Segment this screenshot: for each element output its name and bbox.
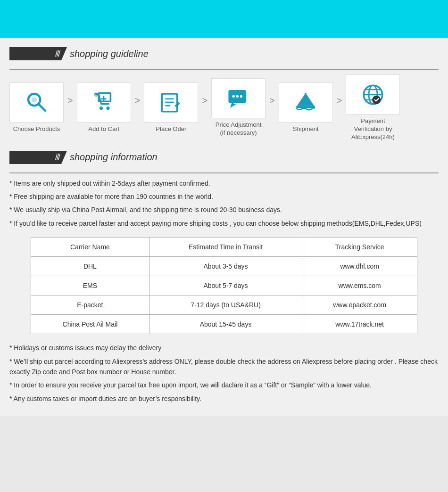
cell-tracking-3: www.17track.net xyxy=(302,315,417,334)
info-bullet-1: * Items are only shipped out within 2-5d… xyxy=(9,178,439,189)
arrow-4: > xyxy=(269,95,275,120)
cell-carrier-1: EMS xyxy=(31,276,149,295)
table-row: E-packet7-12 days (to USA&RU)www.epacket… xyxy=(31,295,417,315)
step-add-to-cart-box xyxy=(77,82,131,123)
arrow-1: > xyxy=(67,95,73,120)
chat-icon xyxy=(226,86,251,111)
svg-point-16 xyxy=(236,95,238,98)
step-price-adjustment-box xyxy=(211,78,265,118)
cell-time-3: About 15-45 days xyxy=(149,315,302,334)
guideline-title: shopping guideline xyxy=(70,49,149,59)
step-choose-products: Choose Products xyxy=(9,82,64,133)
svg-point-7 xyxy=(107,107,110,110)
footer-bullet-3: * In order to ensure you receive your pa… xyxy=(9,380,439,390)
globe-icon xyxy=(360,82,386,107)
guideline-section-header: /// shopping guideline xyxy=(9,47,439,60)
svg-point-2 xyxy=(32,98,37,103)
step-price-adjustment: Price Adjustment(if necessary) xyxy=(211,78,265,137)
svg-point-15 xyxy=(232,95,234,98)
step-choose-products-box xyxy=(9,82,64,123)
info-bullet-2: * Free shipping are available for more t… xyxy=(9,191,439,202)
cell-time-0: About 3-5 days xyxy=(149,257,302,276)
top-banner xyxy=(0,0,448,38)
steps-container: Choose Products > Add to Cart > xyxy=(9,74,439,141)
header-zigzag: /// xyxy=(55,49,59,59)
svg-line-1 xyxy=(38,104,45,111)
cell-tracking-2: www.epacket.com xyxy=(302,295,417,315)
table-row: China Post Ail MailAbout 15-45 dayswww.1… xyxy=(31,315,417,334)
search-icon xyxy=(24,90,50,115)
footer-info-section: * Holidays or customs issues may delay t… xyxy=(9,343,439,404)
info-header-zigzag: /// xyxy=(55,152,59,162)
svg-rect-20 xyxy=(296,106,315,108)
info-section: * Items are only shipped out within 2-5d… xyxy=(9,178,439,229)
svg-point-17 xyxy=(240,95,242,98)
cell-tracking-0: www.dhl.com xyxy=(302,257,417,276)
step-shipment-box xyxy=(279,82,333,123)
header-carrier: Carrier Name xyxy=(31,238,149,257)
step-payment-verification-label: Payment Verification by AliExpress(24h) xyxy=(346,117,400,141)
step-add-to-cart-label: Add to Cart xyxy=(88,125,119,133)
step-payment-verification: Payment Verification by AliExpress(24h) xyxy=(346,74,400,141)
cell-carrier-0: DHL xyxy=(31,257,149,276)
header-tracking: Tracking Service xyxy=(302,238,417,257)
information-section-header: /// shopping information xyxy=(9,151,439,164)
footer-bullet-1: * Holidays or customs issues may delay t… xyxy=(9,343,439,353)
arrow-3: > xyxy=(202,95,207,120)
step-payment-verification-box xyxy=(346,74,400,115)
footer-bullet-4: * Any customs taxes or import duties are… xyxy=(9,394,439,404)
information-divider xyxy=(9,172,439,173)
edit-icon xyxy=(158,90,184,115)
svg-point-26 xyxy=(372,95,381,104)
table-row: DHLAbout 3-5 dayswww.dhl.com xyxy=(31,257,417,276)
table-body: DHLAbout 3-5 dayswww.dhl.comEMSAbout 5-7… xyxy=(31,257,417,334)
cell-carrier-2: E-packet xyxy=(31,295,149,315)
step-shipment: Shipment xyxy=(279,82,333,133)
step-choose-products-label: Choose Products xyxy=(13,125,60,133)
cell-time-2: 7-12 days (to USA&RU) xyxy=(149,295,302,315)
arrow-2: > xyxy=(135,95,141,120)
step-place-order-label: Place Oder xyxy=(156,125,186,133)
info-bullet-3: * We usually ship via China Post Airmail… xyxy=(9,205,439,215)
step-shipment-label: Shipment xyxy=(293,125,319,133)
cell-tracking-1: www.ems.com xyxy=(302,276,417,295)
cart-icon xyxy=(91,90,116,115)
footer-bullet-2: * We’ll ship out parcel according to Ali… xyxy=(9,356,439,377)
info-bullet-4: * If you’d like to receive parcel faster… xyxy=(9,218,439,229)
ship-icon xyxy=(293,90,318,115)
info-header-bar: /// xyxy=(9,151,61,164)
table-header-row: Carrier Name Estimated Time in Transit T… xyxy=(31,238,417,257)
cell-time-1: About 5-7 days xyxy=(149,276,302,295)
header-bar: /// xyxy=(9,47,61,60)
information-title: shopping information xyxy=(70,152,158,163)
guideline-divider xyxy=(9,69,439,70)
header-time: Estimated Time in Transit xyxy=(149,238,302,257)
table-row: EMSAbout 5-7 dayswww.ems.com xyxy=(31,276,417,295)
step-place-order: Place Oder xyxy=(144,82,198,133)
svg-point-6 xyxy=(100,107,103,110)
arrow-5: > xyxy=(337,95,342,120)
cell-carrier-3: China Post Ail Mail xyxy=(31,315,149,334)
svg-rect-19 xyxy=(305,93,307,103)
step-place-order-box xyxy=(144,82,198,123)
step-price-adjustment-label: Price Adjustment(if necessary) xyxy=(216,121,262,137)
step-add-to-cart: Add to Cart xyxy=(77,82,131,133)
shipping-table: Carrier Name Estimated Time in Transit T… xyxy=(31,237,417,334)
